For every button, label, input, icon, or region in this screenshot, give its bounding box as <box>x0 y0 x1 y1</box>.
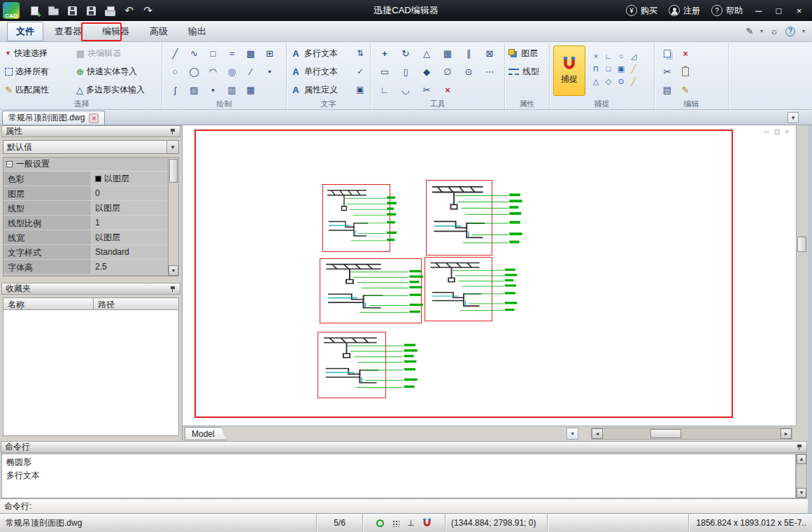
maximize-button[interactable]: □ <box>769 2 789 19</box>
gradient-tool[interactable]: ▥ <box>222 80 241 99</box>
minimize-button[interactable]: ─ <box>748 2 769 19</box>
command-input[interactable] <box>36 501 804 512</box>
stretch-tool[interactable]: ▭ <box>374 62 395 80</box>
help-dropdown-icon[interactable]: ▾ <box>802 28 805 34</box>
horizontal-scroll-thumb[interactable] <box>650 429 681 438</box>
snap-circle-icon[interactable]: ⊙ <box>615 75 627 88</box>
mirror-tool[interactable]: △ <box>416 44 437 62</box>
move-tool[interactable]: + <box>374 44 395 62</box>
polyline-tool[interactable]: ∿ <box>185 44 204 62</box>
layout-tabs-dropdown[interactable]: ▾ <box>567 428 578 440</box>
new-file-button[interactable] <box>25 2 44 19</box>
snap-point-icon[interactable]: ◇ <box>602 75 615 88</box>
point-style-dropdown[interactable]: ◆ <box>416 62 437 80</box>
scroll-down-icon[interactable]: ▼ <box>169 265 178 276</box>
collapse-icon[interactable]: − <box>6 161 13 167</box>
document-close-icon[interactable]: × <box>89 113 99 123</box>
zoom-tool[interactable]: ⊙ <box>458 62 479 80</box>
array-tool[interactable]: ▦ <box>437 44 458 62</box>
quick-select-button[interactable]: ▼ 快速选择 <box>5 48 76 59</box>
copy-button[interactable] <box>658 44 676 62</box>
command-scrollbar[interactable]: ▲ ▼ <box>796 454 807 498</box>
undo-button[interactable]: ↶ <box>120 2 138 19</box>
help-circle-icon[interactable]: ? <box>785 27 795 36</box>
property-row-layer[interactable]: 图层 0 <box>3 186 168 201</box>
cut-button[interactable]: ✂ <box>658 62 676 80</box>
scroll-right-icon[interactable]: ► <box>781 428 792 439</box>
snap-midpoint-icon[interactable]: ⊓ <box>590 62 602 75</box>
options-dots[interactable]: ⋯ <box>479 62 500 80</box>
match-properties-button[interactable]: ✎ 匹配属性 <box>5 84 76 96</box>
paste-button[interactable] <box>676 62 695 80</box>
cut-tool[interactable]: ✂ <box>416 80 437 99</box>
property-row-linetype-scale[interactable]: 线型比例 1 <box>3 216 168 230</box>
open-file-button[interactable] <box>44 2 63 19</box>
scroll-left-icon[interactable]: ◄ <box>592 428 603 439</box>
property-row-color[interactable]: 色彩 以图层 <box>3 172 168 186</box>
dropdown-arrow-icon[interactable]: ▼ <box>166 141 178 153</box>
donut-tool[interactable]: ◎ <box>222 62 241 80</box>
snap-node-icon[interactable]: × <box>590 50 602 62</box>
redo-button[interactable]: ↷ <box>138 2 157 19</box>
select-all-button[interactable]: 选择所有 <box>5 66 76 78</box>
snap-nearest-icon[interactable]: ◿ <box>627 50 640 62</box>
pin-icon[interactable] <box>169 286 176 293</box>
mdi-minimize-icon[interactable]: ─ <box>764 128 769 136</box>
point-style-tool[interactable]: ▪ <box>204 80 222 99</box>
snap-center-icon[interactable]: ○ <box>615 50 627 62</box>
polygon-entity-input-button[interactable]: △ 多边形实体输入 <box>76 84 160 96</box>
trim-tool[interactable]: ⊠ <box>479 44 500 62</box>
tab-list-dropdown[interactable]: ▾ <box>788 112 799 123</box>
scroll-thumb[interactable] <box>169 159 178 183</box>
quick-entity-import-button[interactable]: ⊕ 快速实体导入 <box>76 66 160 78</box>
circle-tool[interactable]: ○ <box>166 62 185 80</box>
grid-toggle-icon[interactable] <box>392 519 399 527</box>
tab-output[interactable]: 输出 <box>179 22 215 41</box>
block-editor-button[interactable]: ▦ 块编辑器 <box>76 48 160 59</box>
erase-tool[interactable]: × <box>437 80 458 99</box>
property-row-textstyle[interactable]: 文字样式 Standard <box>3 245 168 260</box>
mdi-close-icon[interactable]: × <box>785 128 789 136</box>
table-tool[interactable]: ▦ <box>241 80 260 99</box>
vertical-scroll-thumb[interactable] <box>797 237 806 252</box>
snap-draw-icon[interactable]: ╱ <box>627 62 640 75</box>
snap-insertion-icon[interactable]: ▣ <box>615 62 627 75</box>
scroll-up-icon[interactable]: ▲ <box>797 454 806 464</box>
property-group-row[interactable]: − 一般设置 <box>3 158 168 172</box>
attribute-define-button[interactable]: 属性定义 <box>304 84 338 96</box>
property-row-lineweight[interactable]: 线宽 以图层 <box>3 230 168 245</box>
delete-button[interactable]: × <box>676 44 695 62</box>
fillet-tool[interactable]: ◡ <box>395 80 416 99</box>
favorites-col-name[interactable]: 名称 <box>3 298 94 310</box>
ortho-toggle-icon[interactable]: ⊥ <box>407 518 414 528</box>
model-tab[interactable]: Model <box>185 427 227 440</box>
vertical-scrollbar[interactable] <box>796 125 807 426</box>
region-tool[interactable]: ▩ <box>241 44 260 62</box>
property-row-linetype[interactable]: 线型 以图层 <box>3 201 168 216</box>
hatch-tool[interactable]: ▨ <box>185 80 204 99</box>
ellipse-tool[interactable]: ◯ <box>185 62 204 80</box>
appearance-icon[interactable]: ☼ <box>770 26 778 36</box>
layer-button[interactable]: 图层 <box>508 44 546 62</box>
preset-dropdown[interactable]: 默认值 ▼ <box>3 140 179 154</box>
snap-toggle-icon[interactable] <box>422 518 432 528</box>
pin-icon[interactable] <box>169 128 176 135</box>
mdi-restore-icon[interactable]: ⊡ <box>774 128 780 136</box>
osnap-toggle-icon[interactable] <box>376 519 384 527</box>
favorites-list[interactable] <box>3 310 179 436</box>
favorites-col-path[interactable]: 路径 <box>94 298 179 310</box>
measure-tool[interactable]: ∅ <box>437 62 458 80</box>
property-row-fontheight[interactable]: 字体高 2.5 <box>3 260 168 274</box>
document-tab[interactable]: 常规吊顶剖面图.dwg × <box>2 111 105 125</box>
customize-pencil-icon[interactable]: ✎ <box>746 26 753 36</box>
snap-tangent-icon[interactable]: △ <box>590 75 602 88</box>
scale-tool[interactable]: ▯ <box>395 62 416 80</box>
rotate-tool[interactable]: ↻ <box>395 44 416 62</box>
horizontal-scrollbar[interactable]: ◄ ► <box>591 428 792 440</box>
multiline-text-button[interactable]: 多行文本 <box>304 48 338 59</box>
scurve-tool[interactable]: ʃ <box>166 80 185 99</box>
save-button[interactable] <box>63 2 82 19</box>
register-button[interactable]: 注册 <box>663 5 706 17</box>
pencil-dropdown-icon[interactable]: ▾ <box>760 28 763 34</box>
line-tool[interactable]: ╱ <box>166 44 185 62</box>
